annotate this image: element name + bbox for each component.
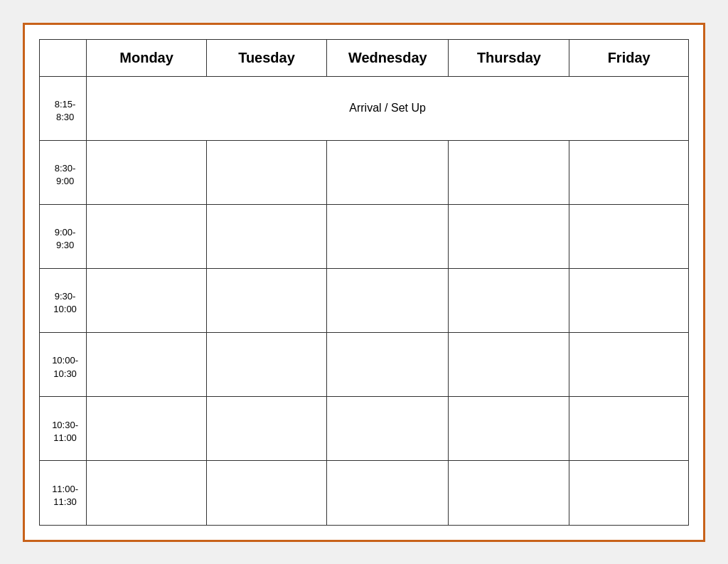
schedule-cell	[569, 333, 689, 397]
schedule-cell	[87, 140, 207, 204]
time-cell: 9:00- 9:30	[40, 204, 87, 268]
table-row: 8:30- 9:00	[40, 140, 689, 204]
time-cell: 10:00- 10:30	[40, 333, 87, 397]
schedule-cell	[449, 461, 569, 525]
table-row: 11:00- 11:30	[40, 461, 689, 525]
schedule-cell	[449, 268, 569, 332]
header-row: Monday Tuesday Wednesday Thursday Friday	[40, 39, 689, 76]
schedule-cell	[327, 140, 449, 204]
schedule-cell	[449, 397, 569, 461]
schedule-cell	[206, 140, 326, 204]
schedule-cell	[449, 140, 569, 204]
schedule-cell	[569, 268, 689, 332]
header-time	[40, 39, 87, 76]
page-container: Monday Tuesday Wednesday Thursday Friday…	[23, 23, 705, 542]
header-wednesday: Wednesday	[327, 39, 449, 76]
table-row: 9:30- 10:00	[40, 268, 689, 332]
schedule-cell	[327, 268, 449, 332]
schedule-cell	[327, 333, 449, 397]
schedule-table: Monday Tuesday Wednesday Thursday Friday…	[39, 39, 689, 526]
schedule-cell	[569, 140, 689, 204]
time-cell: 11:00- 11:30	[40, 461, 87, 525]
time-cell: 8:15- 8:30	[40, 76, 87, 140]
table-row: 9:00- 9:30	[40, 204, 689, 268]
schedule-cell	[327, 397, 449, 461]
time-cell: 9:30- 10:00	[40, 268, 87, 332]
schedule-cell	[569, 461, 689, 525]
schedule-cell	[206, 397, 326, 461]
time-cell: 8:30- 9:00	[40, 140, 87, 204]
schedule-cell	[206, 461, 326, 525]
table-row: 10:00- 10:30	[40, 333, 689, 397]
schedule-cell	[449, 204, 569, 268]
schedule-cell	[569, 397, 689, 461]
schedule-cell	[87, 268, 207, 332]
table-row: 8:15- 8:30Arrival / Set Up	[40, 76, 689, 140]
header-friday: Friday	[569, 39, 689, 76]
schedule-cell	[206, 268, 326, 332]
schedule-cell	[569, 204, 689, 268]
schedule-cell	[87, 204, 207, 268]
schedule-cell	[327, 204, 449, 268]
schedule-cell	[87, 333, 207, 397]
header-monday: Monday	[87, 39, 207, 76]
schedule-cell	[87, 461, 207, 525]
schedule-cell	[206, 333, 326, 397]
schedule-cell	[327, 461, 449, 525]
schedule-cell	[449, 333, 569, 397]
time-cell: 10:30- 11:00	[40, 397, 87, 461]
schedule-cell	[87, 397, 207, 461]
arrival-cell: Arrival / Set Up	[87, 76, 689, 140]
table-row: 10:30- 11:00	[40, 397, 689, 461]
header-tuesday: Tuesday	[206, 39, 326, 76]
header-thursday: Thursday	[449, 39, 569, 76]
schedule-cell	[206, 204, 326, 268]
